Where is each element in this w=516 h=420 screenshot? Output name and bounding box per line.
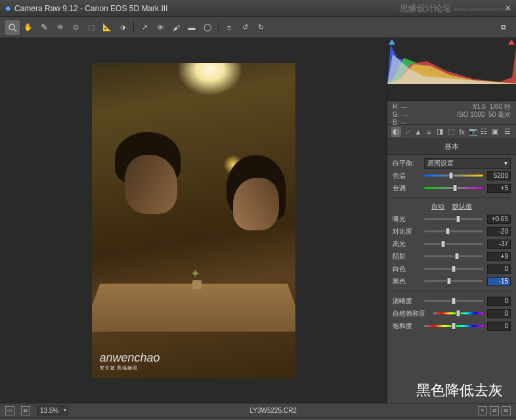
spot-removal-icon[interactable]: ↗ bbox=[137, 20, 152, 35]
exposure-value[interactable]: +0.65 bbox=[487, 215, 511, 224]
histogram[interactable] bbox=[387, 38, 516, 101]
hand-tool-icon[interactable]: ✋ bbox=[21, 20, 35, 35]
tab-lens-icon[interactable]: ⬚ bbox=[446, 127, 456, 137]
annotation-text: 黑色降低去灰 bbox=[416, 381, 503, 400]
filename: LY3W5225.CR2 bbox=[75, 407, 471, 414]
zoom-tool-icon[interactable] bbox=[5, 20, 20, 35]
bottombar: 存储图像… sRGB IEC61966-2.1; 8 位; 3840 x 576… bbox=[0, 417, 516, 420]
toolbar: ✋ ✎ ⁜ ⊙ ⬚ 📐 ⬗ ↗ 👁 🖌 ▬ ◯ ≡ ↺ ↻ ⧉ bbox=[0, 17, 516, 38]
exif-info: R: --- G: --- B: --- f/1.6 1/80 秒 ISO 10… bbox=[387, 101, 516, 125]
whites-slider[interactable] bbox=[424, 264, 483, 273]
separator bbox=[133, 22, 134, 33]
default-link[interactable]: 默认值 bbox=[452, 202, 472, 211]
clarity-slider[interactable] bbox=[424, 297, 483, 305]
highlights-slider[interactable] bbox=[424, 240, 483, 248]
chevron-down-icon: ▾ bbox=[504, 159, 507, 167]
wb-label: 白平衡: bbox=[393, 159, 420, 168]
tab-basic-icon[interactable]: ◐ bbox=[391, 127, 401, 137]
page-watermark: 思缘设计论坛 WWW.MISSYUAN.COM bbox=[400, 3, 511, 14]
svg-point-0 bbox=[9, 24, 14, 30]
temp-value[interactable]: 5200 bbox=[487, 171, 511, 180]
tab-snapshots-icon[interactable]: ▣ bbox=[490, 127, 500, 137]
preferences-icon[interactable]: ≡ bbox=[222, 20, 236, 35]
view-single-icon[interactable]: ▭ bbox=[5, 406, 14, 415]
clarity-value[interactable]: 0 bbox=[487, 297, 511, 306]
highlights-value[interactable]: -37 bbox=[487, 240, 511, 249]
panel-menu-icon[interactable]: ☰ bbox=[502, 127, 512, 137]
contrast-slider[interactable] bbox=[424, 227, 483, 236]
side-panel: R: --- G: --- B: --- f/1.6 1/80 秒 ISO 10… bbox=[387, 38, 516, 403]
tint-value[interactable]: +5 bbox=[487, 184, 511, 193]
shadows-slider[interactable] bbox=[424, 252, 483, 261]
view-compare-icon[interactable]: ⧉ bbox=[21, 406, 30, 415]
auto-link[interactable]: 自动 bbox=[431, 202, 444, 211]
temp-slider[interactable] bbox=[424, 171, 483, 180]
vibrance-slider[interactable] bbox=[433, 309, 483, 318]
statusbar: ▭ ⧉ 13.5% LY3W5225.CR2 Y ⇄ ⧉ bbox=[0, 403, 516, 417]
color-sampler-icon[interactable]: ⁜ bbox=[53, 20, 67, 35]
before-after-swap-icon[interactable]: ⇄ bbox=[490, 406, 499, 415]
blacks-slider[interactable] bbox=[424, 277, 483, 285]
app-icon: ◆ bbox=[5, 4, 11, 12]
wb-dropdown[interactable]: 原照设置▾ bbox=[424, 158, 511, 169]
before-after-y-icon[interactable]: Y bbox=[478, 406, 487, 415]
window-title: Camera Raw 9.12 - Canon EOS 5D Mark III bbox=[14, 4, 167, 13]
preview-area[interactable]: anwenchao 安文超 高端婚照 bbox=[0, 38, 387, 403]
tab-detail-icon[interactable]: ▲ bbox=[413, 127, 423, 137]
target-adjust-icon[interactable]: ⊙ bbox=[68, 20, 83, 35]
svg-line-1 bbox=[14, 29, 16, 32]
tab-presets-icon[interactable]: ☷ bbox=[479, 127, 489, 137]
saturation-slider[interactable] bbox=[424, 322, 483, 330]
photo-watermark: anwenchao 安文超 高端婚照 bbox=[100, 351, 160, 371]
rotate-cw-icon[interactable]: ↻ bbox=[253, 20, 268, 35]
rotate-ccw-icon[interactable]: ↺ bbox=[238, 20, 252, 35]
basic-panel: 白平衡: 原照设置▾ 色温5200 色调+5 自动默认值 曝光+0.65 对比度… bbox=[387, 155, 516, 403]
vibrance-value[interactable]: 0 bbox=[487, 309, 511, 318]
radial-filter-icon[interactable]: ◯ bbox=[200, 20, 215, 35]
highlight-clip-icon[interactable] bbox=[508, 39, 515, 45]
zoom-select[interactable]: 13.5% bbox=[37, 406, 68, 415]
redeye-tool-icon[interactable]: 👁 bbox=[153, 20, 167, 35]
tab-hsl-icon[interactable]: ≡ bbox=[424, 127, 434, 137]
photo-preview: anwenchao 安文超 高端婚照 bbox=[92, 63, 295, 378]
contrast-value[interactable]: -20 bbox=[487, 227, 511, 236]
adjustment-brush-icon[interactable]: 🖌 bbox=[169, 20, 183, 35]
tab-curve-icon[interactable]: ⟋ bbox=[402, 127, 412, 137]
graduated-filter-icon[interactable]: ▬ bbox=[184, 20, 199, 35]
exposure-slider[interactable] bbox=[424, 215, 483, 223]
crop-tool-icon[interactable]: ⬚ bbox=[84, 20, 98, 35]
straighten-tool-icon[interactable]: 📐 bbox=[100, 20, 114, 35]
separator bbox=[218, 22, 219, 33]
saturation-value[interactable]: 0 bbox=[487, 322, 511, 331]
preview-toggle-icon[interactable]: ⧉ bbox=[496, 20, 511, 35]
panel-tabs: ◐ ⟋ ▲ ≡ ◨ ⬚ fx 📷 ☷ ▣ ☰ bbox=[387, 125, 516, 139]
whites-value[interactable]: 0 bbox=[487, 264, 511, 274]
shadows-value[interactable]: +9 bbox=[487, 252, 511, 261]
panel-title: 基本 bbox=[387, 139, 516, 155]
transform-tool-icon[interactable]: ⬗ bbox=[116, 20, 130, 35]
tab-fx-icon[interactable]: fx bbox=[457, 127, 467, 137]
blacks-value[interactable]: -15 bbox=[487, 277, 511, 286]
tab-camera-icon[interactable]: 📷 bbox=[468, 127, 478, 137]
before-after-copy-icon[interactable]: ⧉ bbox=[502, 406, 511, 415]
tab-split-icon[interactable]: ◨ bbox=[435, 127, 445, 137]
tint-slider[interactable] bbox=[424, 184, 483, 192]
shadow-clip-icon[interactable] bbox=[389, 39, 395, 45]
wb-tool-icon[interactable]: ✎ bbox=[37, 20, 51, 35]
